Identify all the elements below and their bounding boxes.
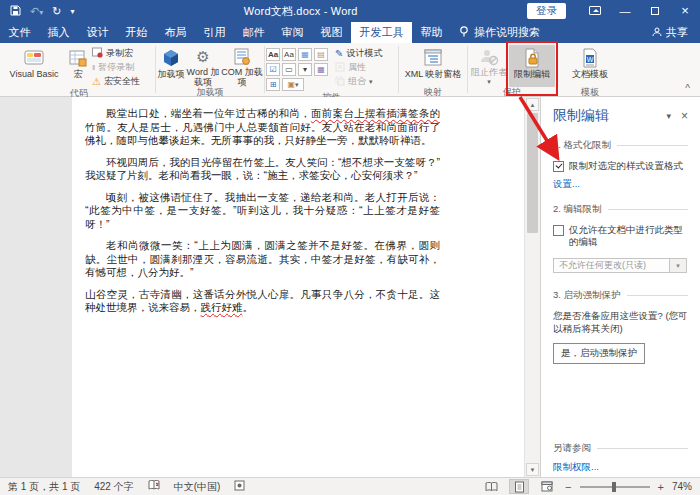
pause-recording-button: ‖ 暂停录制: [92, 61, 154, 74]
signin-button[interactable]: 登录: [527, 3, 566, 19]
restrict-editing-button[interactable]: 限制编辑: [509, 45, 555, 87]
com-addins-button[interactable]: COM 加载项: [221, 45, 263, 87]
group-code: Visual Basic 宏 录制宏 ‖ 暂停录制 ⚠: [4, 44, 154, 96]
print-layout-icon[interactable]: [509, 479, 529, 494]
settings-link[interactable]: 设置...: [553, 178, 688, 191]
tab-mailings[interactable]: 邮件: [234, 22, 273, 43]
word-addins-button[interactable]: ⚙ Word 加载项: [185, 45, 221, 87]
vertical-scrollbar[interactable]: ▲ ▼: [524, 97, 540, 477]
word-count[interactable]: 422 个字: [94, 480, 133, 494]
save-icon[interactable]: [10, 5, 21, 18]
proofing-icon[interactable]: [148, 480, 160, 493]
scrollbar-thumb[interactable]: [527, 113, 538, 233]
group-label-addins: 加载项: [157, 87, 263, 97]
ribbon: Visual Basic 宏 录制宏 ‖ 暂停录制 ⚠: [0, 43, 700, 97]
record-macro-button[interactable]: 录制宏: [92, 47, 154, 60]
group-label-protect: 保护: [469, 87, 555, 97]
combo-box-control-icon[interactable]: ▭: [282, 63, 296, 76]
restrict-permission-link[interactable]: 限制权限...: [553, 461, 688, 474]
group-addins: 加载项 ⚙ Word 加载项 COM 加载项 加载项: [157, 44, 263, 96]
gears-icon: ⚙: [196, 47, 209, 67]
checkbox-checked[interactable]: [553, 161, 564, 172]
design-mode-button[interactable]: ✎ 设计模式: [335, 47, 397, 60]
pause-icon: ‖: [92, 63, 95, 72]
legacy-tools-icon[interactable]: ▣▾: [282, 78, 304, 91]
share-label: 共享: [666, 25, 688, 40]
zoom-slider-thumb[interactable]: [612, 482, 616, 492]
dropdown-list-control-icon[interactable]: ▾: [298, 63, 312, 76]
minimize-button[interactable]: —: [610, 0, 640, 22]
macro-security-button[interactable]: ⚠ 宏安全性: [92, 75, 154, 88]
checkbox-unchecked[interactable]: [553, 225, 564, 236]
document-text[interactable]: 殿堂出口处，端坐着一位年过古稀的和尚，面前案台上摆着插满签条的竹筒。友人是居士，…: [72, 97, 440, 315]
document-page[interactable]: 殿堂出口处，端坐着一位年过古稀的和尚，面前案台上摆着插满签条的竹筒。友人是居士，…: [72, 97, 524, 477]
pane-menu-icon[interactable]: ▾: [666, 111, 671, 121]
svg-text:W: W: [587, 56, 594, 63]
tab-insert[interactable]: 插入: [39, 22, 78, 43]
pane-close-icon[interactable]: ×: [681, 109, 688, 123]
editing-type-checkbox-row[interactable]: 仅允许在文档中进行此类型的编辑: [553, 224, 688, 248]
language-indicator[interactable]: 中文(中国): [174, 480, 221, 494]
visual-basic-button[interactable]: Visual Basic: [4, 45, 64, 87]
ribbon-display-options-icon[interactable]: [580, 0, 610, 22]
dropdown-value: 不允许任何更改(只读): [554, 259, 669, 272]
read-mode-icon[interactable]: [481, 479, 501, 494]
undo-icon[interactable]: ↶▾: [30, 5, 43, 18]
status-bar: 第 1 页，共 1 页 422 个字 中文(中国) − + 74%: [0, 477, 700, 495]
tab-help[interactable]: 帮助: [412, 22, 451, 43]
tab-references[interactable]: 引用: [195, 22, 234, 43]
group-button: 组合 ▾: [335, 75, 397, 88]
block-authors-icon: [479, 47, 499, 67]
tab-review[interactable]: 审阅: [273, 22, 312, 43]
redo-icon[interactable]: ↻: [52, 5, 61, 18]
xml-mapping-pane-button[interactable]: XML 映射窗格: [401, 45, 465, 87]
paragraph: 殿堂出口处，端坐着一位年过古稀的和尚，面前案台上摆着插满签条的竹筒。友人是居士，…: [85, 107, 440, 148]
person-icon: [652, 27, 662, 39]
zoom-level[interactable]: 74%: [672, 481, 692, 492]
zoom-in-button[interactable]: +: [658, 481, 664, 493]
group-icon: [335, 76, 345, 88]
paragraph: 老和尚微微一笑：“上上为圆满，圆满之签并不是好签。在佛界，圆则缺。尘世中，圆满刹…: [85, 239, 440, 280]
collapse-ribbon-icon[interactable]: ^: [685, 83, 698, 96]
date-picker-control-icon[interactable]: ▦: [314, 63, 328, 76]
dropdown-arrow-icon: ▾: [669, 259, 686, 272]
start-enforcement-heading: 3. 启动强制保护: [553, 289, 688, 302]
tell-me-search[interactable]: 操作说明搜索: [451, 22, 548, 43]
tab-developer[interactable]: 开发工具: [351, 22, 412, 43]
maximize-button[interactable]: [640, 0, 670, 22]
web-layout-icon[interactable]: [537, 479, 557, 494]
macros-button[interactable]: 宏: [64, 45, 92, 87]
document-template-button[interactable]: W 文档模板: [566, 45, 614, 87]
picture-control-icon[interactable]: ▦: [298, 48, 312, 61]
design-mode-icon: ✎: [335, 48, 343, 59]
zoom-out-button[interactable]: −: [565, 481, 571, 493]
tab-design[interactable]: 设计: [78, 22, 117, 43]
restrict-editing-pane: 限制编辑 ▾ × 1. 格式化限制 限制对选定的样式设置格式 设置... 2. …: [540, 97, 700, 477]
editing-type-dropdown: 不允许任何更改(只读) ▾: [553, 258, 687, 273]
addins-button[interactable]: 加载项: [157, 45, 185, 87]
close-button[interactable]: ×: [670, 0, 700, 22]
tab-home[interactable]: 开始: [117, 22, 156, 43]
paragraph: 环视四周后，我的目光停留在竹签上。友人笑问：“想不想求一支签呀？”我迟疑了片刻。…: [85, 156, 440, 183]
tab-layout[interactable]: 布局: [156, 22, 195, 43]
checkbox-control-icon[interactable]: ☑: [266, 63, 280, 76]
page-indicator[interactable]: 第 1 页，共 1 页: [8, 480, 80, 494]
zoom-slider[interactable]: [580, 486, 650, 488]
plain-text-control-icon[interactable]: Aa: [282, 48, 296, 61]
building-block-control-icon[interactable]: ▤: [314, 48, 328, 61]
limit-formatting-checkbox-row[interactable]: 限制对选定的样式设置格式: [553, 160, 688, 172]
share-button[interactable]: 共享: [652, 22, 700, 43]
document-template-icon: W: [581, 47, 599, 69]
paragraph: 顷刻，被这佛语怔住了。我抽出一支签，递给老和尚。老人打开后说：“此签为中中签，是…: [85, 191, 440, 232]
repeating-section-control-icon[interactable]: ⊞: [266, 78, 280, 91]
rich-text-control-icon[interactable]: Aa: [266, 48, 280, 61]
enforcement-question: 您是否准备应用这些设置? (您可以稍后将其关闭): [553, 310, 688, 335]
scroll-up-icon[interactable]: ▲: [526, 98, 539, 111]
ribbon-tab-bar: 文件 插入 设计 开始 布局 引用 邮件 审阅 视图 开发工具 帮助 操作说明搜…: [0, 22, 700, 43]
tab-view[interactable]: 视图: [312, 22, 351, 43]
tab-file[interactable]: 文件: [0, 22, 39, 43]
start-enforcing-protection-button[interactable]: 是，启动强制保护: [553, 343, 645, 364]
macro-record-icon[interactable]: [234, 480, 245, 493]
group-mapping: XML 映射窗格 映射: [400, 44, 466, 96]
scroll-down-icon[interactable]: ▼: [526, 463, 539, 476]
